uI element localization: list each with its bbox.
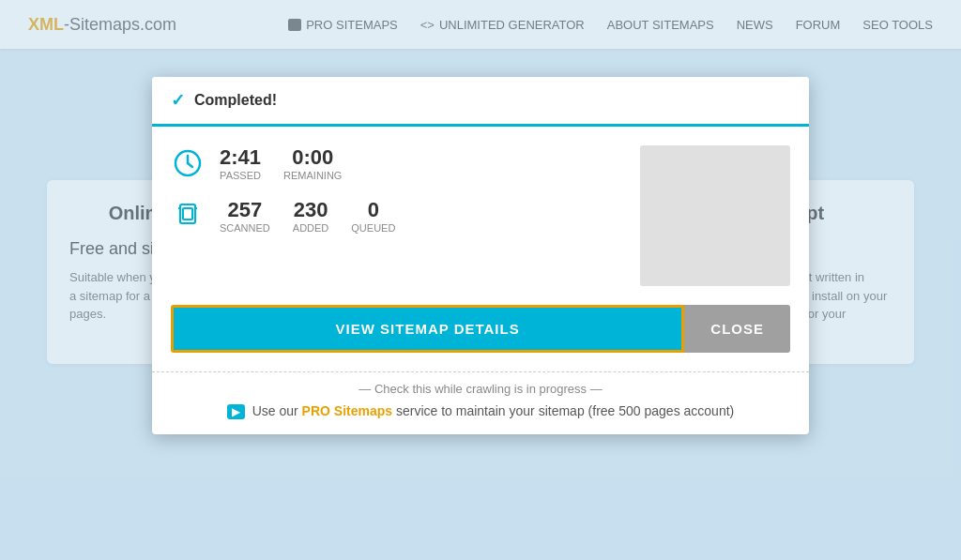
svg-line-2 <box>188 163 192 167</box>
queued-label: QUEUED <box>351 222 395 234</box>
pro-icon: ▶ <box>227 404 245 419</box>
scanned-value: 257 <box>220 198 270 222</box>
svg-rect-4 <box>183 208 192 219</box>
time-stat-row: 2:41 PASSED 0:00 REMAINING <box>171 145 621 181</box>
modal-dialog: ✓ Completed! 2:41 <box>152 77 809 434</box>
modal-footer: — Check this while crawling is in progre… <box>152 371 809 434</box>
time-remaining-value: 0:00 <box>283 145 342 170</box>
added-value: 230 <box>293 198 329 222</box>
time-values: 2:41 PASSED 0:00 REMAINING <box>220 145 342 181</box>
pages-icon <box>171 199 205 233</box>
modal-body: 2:41 PASSED 0:00 REMAINING <box>152 127 809 305</box>
pro-highlight: PRO Sitemaps <box>302 403 392 418</box>
modal-overlay: ✓ Completed! 2:41 <box>0 0 961 560</box>
scanned-stat: 257 SCANNED <box>220 198 270 234</box>
time-remaining: 0:00 REMAINING <box>283 145 342 181</box>
queued-stat: 0 QUEUED <box>351 198 395 234</box>
pro-promo-link[interactable]: Use our PRO Sitemaps service to maintain… <box>252 403 735 418</box>
scanned-label: SCANNED <box>220 222 270 234</box>
added-stat: 230 ADDED <box>293 198 329 234</box>
queued-value: 0 <box>351 198 395 222</box>
time-remaining-label: REMAINING <box>283 170 342 181</box>
pages-values: 257 SCANNED 230 ADDED 0 QUEUED <box>220 198 395 234</box>
modal-stats: 2:41 PASSED 0:00 REMAINING <box>171 145 621 286</box>
check-icon: ✓ <box>171 90 185 111</box>
close-button[interactable]: CLOSE <box>684 305 790 353</box>
pages-stat-row: 257 SCANNED 230 ADDED 0 QUEUED <box>171 198 621 234</box>
added-label: ADDED <box>293 222 329 234</box>
time-passed-label: PASSED <box>220 170 261 181</box>
modal-header: ✓ Completed! <box>152 77 809 127</box>
modal-actions: VIEW SITEMAP DETAILS CLOSE <box>152 305 809 371</box>
ad-placeholder <box>640 145 790 286</box>
view-sitemap-button[interactable]: VIEW SITEMAP DETAILS <box>171 305 684 353</box>
time-passed: 2:41 PASSED <box>220 145 261 181</box>
crawl-check-text: — Check this while crawling is in progre… <box>171 382 790 396</box>
modal-status-title: Completed! <box>194 92 277 109</box>
pro-promo-text: ▶ Use our PRO Sitemaps service to mainta… <box>171 403 790 419</box>
time-passed-value: 2:41 <box>220 145 261 170</box>
clock-icon <box>171 146 205 180</box>
